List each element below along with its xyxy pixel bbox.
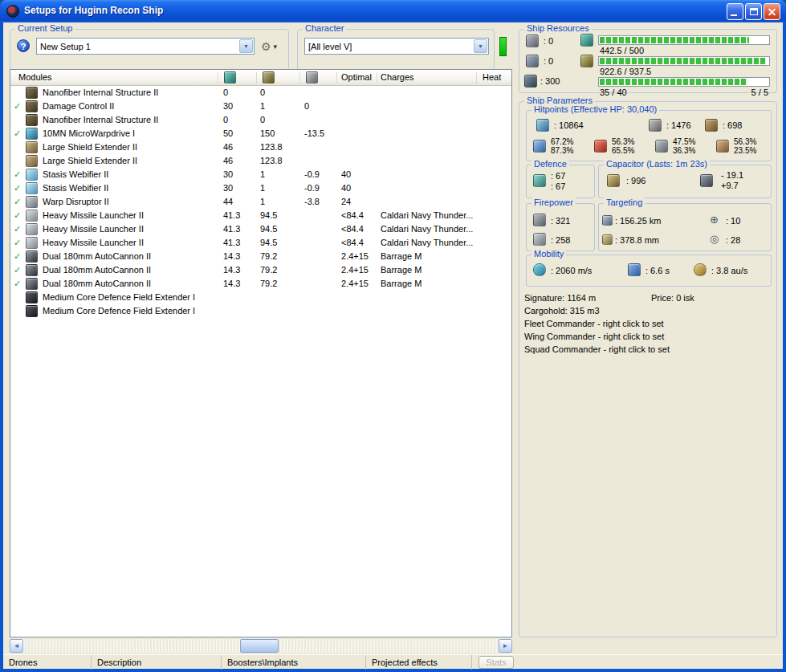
defence-bottom-value: : 67 xyxy=(551,181,565,192)
scroll-left-arrow-icon: ◄ xyxy=(14,642,20,650)
scroll-right-arrow-icon: ► xyxy=(503,642,509,650)
shield-hp-icon xyxy=(536,119,549,132)
module-row[interactable]: ✓ Heavy Missile Launcher II 41.3 94.5 <8… xyxy=(10,209,511,222)
tab-boosters-implants[interactable]: Boosters\Implants xyxy=(222,655,366,670)
module-row[interactable]: ✓ Heavy Missile Launcher II 41.3 94.5 <8… xyxy=(10,222,511,236)
active-check-icon: ✓ xyxy=(14,263,25,277)
active-check-icon: ✓ xyxy=(14,100,25,113)
module-cpu-value: 0 xyxy=(223,86,228,100)
module-powergrid-value: 79.2 xyxy=(260,263,277,277)
em-resist-bottom: 87.3% xyxy=(551,146,573,155)
defence-title: Defence xyxy=(531,159,569,169)
structure-module-icon xyxy=(26,100,38,112)
character-combo-arrow-icon[interactable]: ▼ xyxy=(474,39,487,53)
minimize-button[interactable] xyxy=(727,3,743,20)
app-icon xyxy=(6,5,19,18)
module-name: Nanofiber Internal Structure II xyxy=(43,86,158,100)
stats-button[interactable]: Stats xyxy=(479,656,514,669)
scrollbar-track[interactable] xyxy=(23,639,499,653)
module-name: Nanofiber Internal Structure II xyxy=(43,113,158,127)
module-row[interactable]: Large Shield Extender II 46 123.8 xyxy=(10,141,511,154)
launcher-module-icon xyxy=(26,223,38,235)
volley-value: : 321 xyxy=(551,216,570,226)
module-row[interactable]: ✓ Heavy Missile Launcher II 41.3 94.5 <8… xyxy=(10,236,511,250)
module-row[interactable]: Medium Core Defence Field Extender I xyxy=(10,291,511,304)
module-row[interactable]: ✓ Dual 180mm AutoCannon II 14.3 79.2 2.4… xyxy=(10,250,511,263)
module-name: Large Shield Extender II xyxy=(43,154,137,168)
help-icon[interactable]: ? xyxy=(17,39,30,52)
hull-hp-value: : 698 xyxy=(723,120,742,131)
module-row[interactable]: ✓ 10MN MicroWarpdrive I 50 150 -13.5 xyxy=(10,127,511,141)
module-cpu-value: 30 xyxy=(223,181,233,195)
module-optimal-value: 24 xyxy=(341,195,351,209)
fleet-commander-slot[interactable]: Fleet Commander - right click to set xyxy=(524,319,664,328)
wing-commander-slot[interactable]: Wing Commander - right click to set xyxy=(524,332,664,341)
scan-resolution-icon xyxy=(602,234,613,245)
setup-tools-button[interactable]: ⚙ ▾ xyxy=(258,38,280,55)
module-row[interactable]: Large Shield Extender II 46 123.8 xyxy=(10,154,511,168)
sensor-strength-value: : 28 xyxy=(726,235,740,246)
horizontal-scrollbar[interactable]: ◄ ► xyxy=(10,639,512,653)
module-charges-value: Caldari Navy Thunder... xyxy=(381,236,473,250)
max-velocity-value: : 2060 m/s xyxy=(551,266,592,276)
kinetic-resist-icon xyxy=(655,140,668,153)
tab-projected-effects[interactable]: Projected effects xyxy=(366,655,472,670)
autocannon-module-icon xyxy=(26,278,38,290)
scrollbar-thumb[interactable] xyxy=(240,639,279,653)
rig-module-icon xyxy=(26,291,38,303)
capacitor-delta-icon xyxy=(700,174,713,187)
module-row[interactable]: Nanofiber Internal Structure II 0 0 xyxy=(10,86,511,100)
powergrid-icon xyxy=(580,55,593,67)
setup-combo-arrow-icon[interactable]: ▼ xyxy=(239,39,253,53)
tab-description[interactable]: Description xyxy=(92,655,222,670)
firepower-title: Firepower xyxy=(531,198,576,208)
module-name: Warp Disruptor II xyxy=(43,195,109,209)
align-time-icon xyxy=(628,263,641,276)
disruptor-module-icon xyxy=(26,196,38,208)
maximize-button[interactable] xyxy=(745,3,762,20)
tools-icon: ⚙ xyxy=(261,41,271,52)
module-powergrid-value: 1 xyxy=(260,181,265,195)
modules-table: Modules Optimal Charges Heat Nanofiber I… xyxy=(10,69,512,637)
module-powergrid-value: 0 xyxy=(260,113,265,127)
volley-icon xyxy=(533,214,546,226)
em-resist-icon xyxy=(533,140,546,153)
module-cpu-value: 41.3 xyxy=(223,209,240,222)
squad-commander-slot[interactable]: Squad Commander - right click to set xyxy=(524,344,670,354)
module-name: Dual 180mm AutoCannon II xyxy=(43,250,151,263)
module-row[interactable]: ✓ Stasis Webifier II 30 1 -0.9 40 xyxy=(10,168,511,181)
max-targets-value: : 10 xyxy=(726,216,740,226)
module-row[interactable]: ✓ Dual 180mm AutoCannon II 14.3 79.2 2.4… xyxy=(10,277,511,291)
module-row[interactable]: ✓ Warp Disruptor II 44 1 -3.8 24 xyxy=(10,195,511,209)
character-combobox[interactable]: [All level V] ▼ xyxy=(304,38,489,55)
module-row[interactable]: ✓ Stasis Webifier II 30 1 -0.9 40 xyxy=(10,181,511,195)
module-row[interactable]: ✓ Damage Control II 30 1 0 xyxy=(10,100,511,113)
module-cpu-value: 14.3 xyxy=(223,250,240,263)
kinetic-resist-top: 47.5% xyxy=(673,137,695,146)
signature-value: Signature: 1164 m xyxy=(524,293,596,303)
module-optimal-value: 40 xyxy=(341,181,351,195)
module-name: Medium Core Defence Field Extender I xyxy=(43,304,195,318)
capacitor-title: Capacitor (Lasts: 1m 23s) xyxy=(604,159,710,169)
setup-combobox[interactable]: New Setup 1 ▼ xyxy=(36,38,255,55)
current-setup-label: Current Setup xyxy=(15,23,75,34)
defence-top-value: : 67 xyxy=(551,171,565,181)
window-controls xyxy=(727,3,780,20)
targeting-title: Targeting xyxy=(604,198,645,208)
autocannon-module-icon xyxy=(26,264,38,276)
tab-drones[interactable]: Drones xyxy=(3,655,92,670)
shield-recharge-icon xyxy=(533,174,546,187)
close-button[interactable] xyxy=(764,3,780,20)
module-row[interactable]: Nanofiber Internal Structure II 0 0 xyxy=(10,113,511,127)
turret-hardpoints-icon xyxy=(526,35,539,47)
cpu-bar-fill xyxy=(600,37,749,43)
scroll-left-button[interactable]: ◄ xyxy=(10,639,23,653)
module-cpu-value: 50 xyxy=(223,127,233,141)
ship-resources-group: Ship Resources : 0 : 0 : 300 442.5 / 500… xyxy=(519,29,777,93)
module-row[interactable]: ✓ Dual 180mm AutoCannon II 14.3 79.2 2.4… xyxy=(10,263,511,277)
current-setup-group: Current Setup ? New Setup 1 ▼ ⚙ ▾ xyxy=(10,29,289,71)
mobility-title: Mobility xyxy=(531,249,566,259)
powergrid-bar xyxy=(598,56,770,66)
scroll-right-button[interactable]: ► xyxy=(499,639,512,653)
module-row[interactable]: Medium Core Defence Field Extender I xyxy=(10,304,511,318)
